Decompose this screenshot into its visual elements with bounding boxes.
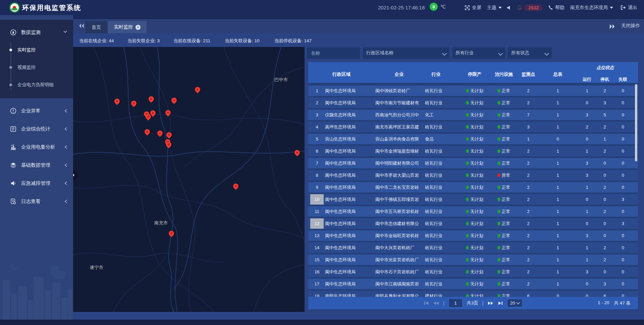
- cell-meter-count: 1: [551, 267, 565, 277]
- table-row[interactable]: 10阆中生态环境局阆中千佛镇五郎垭页岩砖瓦行业无计划正常21003: [308, 194, 638, 205]
- page-size-select[interactable]: 20: [507, 299, 523, 307]
- cell-monitor-count: 7: [522, 110, 535, 120]
- cell-region: 阆中生态环境局: [325, 158, 369, 168]
- page-number-input[interactable]: [448, 299, 463, 308]
- cell-meter-count: 0: [551, 134, 565, 144]
- theme-menu[interactable]: 主题: [487, 0, 502, 15]
- table-row[interactable]: 1阆中生态环境局阆中强锐页岩砖厂砖瓦行业无计划正常21120: [308, 86, 638, 96]
- sidebar-item-realtime-monitor[interactable]: 实时监控: [0, 41, 73, 59]
- help-button[interactable]: 帮助: [548, 0, 565, 15]
- cell-region: 阆中生态环境局: [325, 182, 369, 193]
- first-page-button[interactable]: [424, 301, 429, 306]
- cell-lost-count: 0: [616, 86, 630, 96]
- cell-company: 阆中千佛镇五郎垭页岩: [375, 194, 424, 205]
- cell-run-count: 3: [580, 158, 594, 168]
- table-row[interactable]: 16阆中生态环境局阆中市石子页岩机砖厂砖瓦行业无计划正常21300: [308, 267, 638, 277]
- cell-stop-status: 无计划: [459, 122, 490, 132]
- app-logo-icon: [9, 2, 20, 13]
- name-search-input[interactable]: [310, 50, 357, 56]
- status-metric: 当前在线设备: 211: [173, 38, 210, 44]
- logout-button[interactable]: 退出: [621, 0, 637, 15]
- industry-filter-select[interactable]: 所有行业: [452, 47, 505, 59]
- sidebar-item-log-view[interactable]: 日志查看: [0, 192, 73, 210]
- status-filter-select[interactable]: 所有状态: [508, 47, 552, 59]
- cell-monitor-count: 2: [522, 86, 535, 96]
- table-row[interactable]: 11阆中生态环境局阆中市五马桥页岩机砖砖瓦行业无计划正常21120: [308, 206, 638, 217]
- table-row[interactable]: 18南部生态环境局南部县雅利水泥有限公建材行业无计划正常60060: [308, 291, 638, 297]
- tab-close-icon[interactable]: ✕: [136, 25, 141, 30]
- user-org-menu[interactable]: 南充市生态环境局: [570, 0, 613, 15]
- cell-run-count: 1: [580, 146, 594, 156]
- last-page-button[interactable]: [498, 301, 503, 306]
- close-operations-menu[interactable]: 关闭操作: [621, 23, 640, 29]
- tab-home[interactable]: 首页: [86, 21, 107, 33]
- cell-company: 阆中市二龙长宝页岩砖: [375, 182, 424, 193]
- cell-facility-status: 正常: [489, 206, 518, 217]
- sidebar-item-power-load-detail[interactable]: 企业电力负荷明细: [0, 76, 73, 94]
- table-row[interactable]: 9阆中生态环境局阆中市二龙长宝页岩砖砖瓦行业无计划正常21120: [308, 182, 638, 193]
- status-dot-icon: [497, 282, 500, 286]
- sidebar-item-label: 应急减排管理: [21, 180, 50, 186]
- table-row[interactable]: 2阆中生态环境局阆中市南方节能建材有砖瓦行业无计划正常21030: [308, 98, 638, 108]
- row-index: 10: [310, 194, 324, 205]
- status-dot-icon: [466, 234, 469, 237]
- status-dot-icon: [466, 294, 469, 297]
- col-header-facility: 治污设施: [490, 71, 517, 77]
- cell-halt-count: 6: [598, 291, 611, 297]
- sidebar-item-power-analysis[interactable]: 企业用电量分析: [0, 138, 73, 156]
- cell-monitor-count: 2: [522, 158, 535, 168]
- pagination-range: 1 - 20 共 47 条: [598, 300, 631, 306]
- sidebar-item-label: 实时监控: [17, 47, 36, 53]
- row-index: 9: [310, 182, 324, 193]
- prev-page-button[interactable]: [433, 301, 439, 306]
- table-row[interactable]: 14阆中生态环境局阆中大兴页岩机砖厂砖瓦行业无计划正常21120: [308, 242, 638, 253]
- cell-run-count: 0: [580, 98, 594, 108]
- table-row[interactable]: 4高坪生态环境局南充市高坪区王家店建砖瓦行业无计划正常31220: [308, 122, 638, 132]
- cell-facility-status: 正常: [489, 194, 518, 205]
- table-row[interactable]: 8阆中生态环境局阆中市枣碧大梁山页岩砖瓦行业无计划异常21300: [308, 170, 638, 180]
- sidebar-item-video-monitor[interactable]: 视频监控: [0, 59, 73, 76]
- cell-facility-status: 正常: [489, 291, 518, 297]
- sidebar-item-data-monitoring[interactable]: 数据监测: [0, 23, 73, 41]
- table-row[interactable]: 3仪陇生态环境局西南油气田分公司川中化工无计划正常71350: [308, 110, 638, 120]
- table-row[interactable]: 17阆中生态环境局阆中市江南镇阆南页岩砖瓦行业无计划正常21030: [308, 279, 638, 289]
- cell-run-count: 0: [580, 291, 594, 297]
- cell-lost-count: 0: [616, 146, 630, 156]
- cell-run-count: 3: [580, 267, 594, 277]
- table-row[interactable]: 15阆中生态环境局阆中市光富页岩机砖厂砖瓦行业无计划正常21120: [308, 255, 638, 265]
- cell-lost-count: 0: [616, 158, 630, 168]
- pager-divider: |: [443, 300, 444, 306]
- status-dot-icon: [466, 282, 469, 286]
- tab-realtime-monitor[interactable]: 实时监控 ✕: [108, 21, 147, 33]
- region-filter-select[interactable]: 行政区域名称: [363, 47, 449, 59]
- cell-industry: 砖瓦行业: [425, 255, 457, 265]
- gis-map[interactable]: 巴中市南充市遂宁市: [73, 47, 305, 312]
- table-row[interactable]: 13阆中生态环境局阆中市金福旺页岩机砖砖瓦行业无计划正常21300: [308, 230, 638, 241]
- table-row[interactable]: 6阆中生态环境局阆中市金博瑞新型墙材砖瓦行业无计划正常21120: [308, 146, 638, 156]
- table-row[interactable]: 12阆中生态环境局阆中市忠信建材有限公砖瓦行业无计划正常21003: [308, 218, 638, 229]
- mute-button[interactable]: [506, 0, 512, 15]
- sidebar-item-enterprise-statistics[interactable]: 企业综合统计: [0, 120, 73, 138]
- table-row[interactable]: 5营山生态环境局营山县润丰肉食品有限食品无计划正常10010: [308, 134, 638, 144]
- tabs-scroll-right-icon[interactable]: [608, 23, 616, 30]
- status-dot-icon: [466, 173, 469, 177]
- sidebar-item-emergency-reduction[interactable]: 应急减排管理: [0, 174, 73, 192]
- table-row[interactable]: 7阆中生态环境局阆中明阳建材有限公司砖瓦行业无计划正常21300: [308, 158, 638, 168]
- next-page-button[interactable]: [488, 301, 494, 306]
- sidebar-item-base-data[interactable]: 基础数据管理: [0, 156, 73, 174]
- cell-halt-count: 2: [598, 255, 611, 265]
- row-index: 17: [310, 279, 324, 289]
- notifications[interactable]: 2632: [517, 0, 543, 15]
- sidebar-item-enterprise-abnormal[interactable]: 企业异常: [0, 102, 73, 120]
- cell-monitor-count: 2: [522, 170, 535, 180]
- status-dot-icon: [466, 185, 469, 189]
- clock: 2021-02-25 17:46:18: [378, 0, 425, 15]
- row-index: 12: [310, 218, 324, 229]
- cell-meter-count: 0: [551, 291, 565, 297]
- tabs-scroll-left-icon[interactable]: [78, 22, 85, 30]
- table-scrollbar-thumb[interactable]: [635, 84, 637, 161]
- status-dot-icon: [466, 210, 469, 213]
- chevron-left-icon: [65, 127, 67, 131]
- fullscreen-button[interactable]: 全屏: [465, 0, 481, 15]
- cell-industry: 砖瓦行业: [425, 86, 457, 96]
